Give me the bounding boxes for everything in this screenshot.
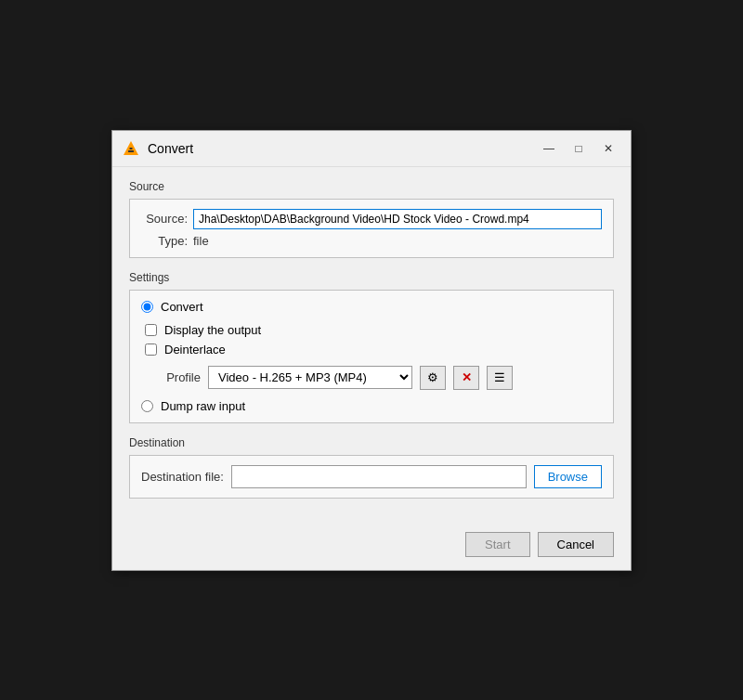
vlc-icon xyxy=(122,139,140,158)
start-button[interactable]: Start xyxy=(465,532,529,557)
cancel-button[interactable]: Cancel xyxy=(538,532,614,557)
type-row: Type: file xyxy=(141,234,602,248)
profile-delete-button[interactable]: ✕ xyxy=(453,366,479,390)
profile-select[interactable]: Video - H.265 + MP3 (MP4) Video - H.264 … xyxy=(208,366,412,389)
delete-icon: ✕ xyxy=(462,370,472,384)
main-window: Convert — □ ✕ Source Source: Type: file … xyxy=(111,130,632,571)
source-section: Source: Type: file xyxy=(129,199,614,258)
svg-rect-2 xyxy=(130,148,133,149)
maximize-button[interactable]: □ xyxy=(566,138,592,159)
dest-file-label: Destination file: xyxy=(141,470,224,484)
window-controls: — □ ✕ xyxy=(536,138,621,159)
source-input[interactable] xyxy=(193,209,602,229)
source-label: Source: xyxy=(141,212,188,226)
settings-section: Convert Display the output Deinterlace P… xyxy=(129,290,614,423)
browse-button[interactable]: Browse xyxy=(534,465,602,488)
profile-list-button[interactable]: ☰ xyxy=(487,366,513,390)
profile-edit-button[interactable]: ⚙ xyxy=(420,366,446,390)
convert-radio-row: Convert xyxy=(141,300,602,314)
destination-file-row: Destination file: Browse xyxy=(141,465,602,488)
convert-radio[interactable] xyxy=(141,301,153,313)
window-content: Source Source: Type: file Settings Conve… xyxy=(112,167,631,525)
type-label: Type: xyxy=(141,234,188,248)
display-output-checkbox[interactable] xyxy=(145,324,157,336)
profile-label: Profile xyxy=(145,370,201,384)
deinterlace-row: Deinterlace xyxy=(141,343,602,356)
destination-section: Destination file: Browse xyxy=(129,455,614,499)
settings-section-label: Settings xyxy=(129,271,614,284)
destination-section-label: Destination xyxy=(129,436,614,449)
deinterlace-label: Deinterlace xyxy=(164,343,226,356)
dump-raw-label: Dump raw input xyxy=(161,399,245,413)
minimize-button[interactable]: — xyxy=(536,138,562,159)
source-section-label: Source xyxy=(129,180,614,193)
destination-input[interactable] xyxy=(231,465,527,488)
list-icon: ☰ xyxy=(494,370,505,384)
svg-rect-1 xyxy=(128,150,134,152)
dump-raw-radio[interactable] xyxy=(141,400,153,412)
convert-radio-label: Convert xyxy=(161,300,203,314)
footer: Start Cancel xyxy=(112,525,631,570)
source-file-row: Source: xyxy=(141,209,602,229)
deinterlace-checkbox[interactable] xyxy=(145,344,157,356)
display-output-row: Display the output xyxy=(141,323,602,337)
profile-row: Profile Video - H.265 + MP3 (MP4) Video … xyxy=(141,366,602,390)
dump-raw-row: Dump raw input xyxy=(141,399,602,413)
wrench-icon: ⚙ xyxy=(427,370,438,384)
window-title: Convert xyxy=(148,141,528,156)
titlebar: Convert — □ ✕ xyxy=(112,131,631,167)
close-button[interactable]: ✕ xyxy=(595,138,621,159)
display-output-label: Display the output xyxy=(164,323,261,337)
type-value: file xyxy=(193,234,209,248)
